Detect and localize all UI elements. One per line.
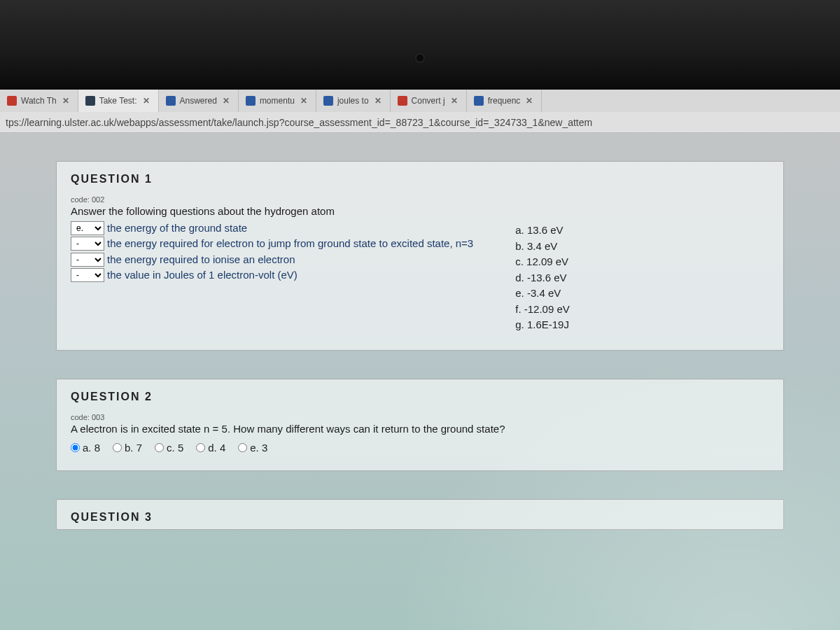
question-3: QUESTION 3	[56, 499, 784, 530]
url-text[interactable]: tps://learning.ulster.ac.uk/webapps/asse…	[6, 117, 834, 128]
favicon-icon	[474, 96, 484, 106]
match-item-text: the energy of the ground state	[107, 221, 247, 235]
close-icon[interactable]: ✕	[449, 96, 459, 106]
radio-input[interactable]	[196, 443, 205, 452]
match-item-text: the energy required to ionise an electro…	[107, 253, 295, 267]
monitor-bezel	[0, 0, 840, 90]
answer-option: f. -12.09 eV	[515, 302, 570, 318]
question-3-title: QUESTION 3	[71, 511, 769, 524]
browser-tab[interactable]: Answered✕	[159, 90, 239, 112]
browser-tab[interactable]: Watch Th✕	[0, 90, 78, 112]
page-content: QUESTION 1 code: 002 Answer the followin…	[0, 133, 840, 530]
radio-option[interactable]: c. 5	[155, 442, 183, 454]
question-1-answer-list: a. 13.6 eVb. 3.4 eVc. 12.09 eVd. -13.6 e…	[515, 221, 570, 333]
close-icon[interactable]: ✕	[141, 96, 151, 106]
close-icon[interactable]: ✕	[373, 96, 383, 106]
question-2: QUESTION 2 code: 003 A electron is in ex…	[56, 379, 784, 471]
close-icon[interactable]: ✕	[524, 96, 534, 106]
favicon-icon	[246, 96, 255, 106]
close-icon[interactable]: ✕	[299, 96, 309, 106]
screen: Watch Th✕Take Test:✕Answered✕momentu✕jou…	[0, 90, 840, 630]
answer-option: a. 13.6 eV	[515, 223, 570, 239]
radio-input[interactable]	[113, 443, 122, 452]
match-select[interactable]: e.	[71, 221, 104, 235]
question-2-code: code: 003	[71, 413, 769, 421]
question-1-code: code: 002	[71, 195, 769, 204]
answer-option: g. 1.6E-19J	[515, 317, 570, 333]
tab-label: joules to	[337, 96, 369, 106]
radio-option[interactable]: e. 3	[238, 442, 267, 454]
favicon-icon	[398, 96, 407, 106]
radio-label: d. 4	[208, 442, 225, 454]
question-1-prompt: Answer the following questions about the…	[71, 205, 769, 217]
tab-label: frequenc	[488, 96, 521, 106]
radio-label: c. 5	[167, 442, 183, 454]
radio-label: b. 7	[125, 442, 142, 454]
radio-option[interactable]: d. 4	[196, 442, 225, 454]
favicon-icon	[323, 96, 333, 106]
match-select[interactable]: -	[71, 237, 104, 251]
answer-option: d. -13.6 eV	[515, 270, 570, 286]
radio-option[interactable]: b. 7	[113, 442, 142, 454]
match-select[interactable]: -	[71, 253, 104, 267]
match-row: -the energy required to ionise an electr…	[71, 253, 473, 267]
browser-tab[interactable]: Take Test:✕	[78, 90, 159, 112]
answer-option: b. 3.4 eV	[515, 239, 570, 255]
question-2-options: a. 8b. 7c. 5d. 4e. 3	[71, 442, 769, 454]
favicon-icon	[85, 96, 95, 106]
question-1-title: QUESTION 1	[71, 173, 769, 186]
answer-option: e. -3.4 eV	[515, 286, 570, 302]
radio-input[interactable]	[238, 443, 247, 452]
tab-label: Watch Th	[21, 96, 57, 106]
radio-label: a. 8	[83, 442, 100, 454]
question-2-prompt: A electron is in excited state n = 5. Ho…	[71, 423, 769, 435]
radio-label: e. 3	[250, 442, 267, 454]
tab-label: momentu	[260, 96, 295, 106]
close-icon[interactable]: ✕	[221, 96, 231, 106]
match-row: -the value in Joules of 1 electron-volt …	[71, 268, 473, 282]
question-1: QUESTION 1 code: 002 Answer the followin…	[56, 161, 784, 351]
match-row: e.the energy of the ground state	[71, 221, 473, 235]
match-item-text: the value in Joules of 1 electron-volt (…	[107, 268, 298, 282]
tab-label: Convert j	[412, 96, 445, 106]
question-1-match-items: e.the energy of the ground state-the ene…	[71, 221, 473, 284]
favicon-icon	[166, 96, 176, 106]
radio-input[interactable]	[155, 443, 164, 452]
close-icon[interactable]: ✕	[61, 96, 71, 106]
browser-tab[interactable]: momentu✕	[239, 90, 316, 112]
favicon-icon	[7, 96, 17, 106]
question-2-title: QUESTION 2	[71, 391, 769, 403]
webcam	[416, 55, 424, 62]
address-bar[interactable]: tps://learning.ulster.ac.uk/webapps/asse…	[0, 112, 840, 133]
browser-tab[interactable]: frequenc✕	[467, 90, 542, 112]
tab-label: Answered	[180, 96, 217, 106]
match-select[interactable]: -	[71, 268, 104, 282]
browser-tab[interactable]: joules to✕	[316, 90, 391, 112]
radio-option[interactable]: a. 8	[71, 442, 100, 454]
match-item-text: the energy required for electron to jump…	[107, 237, 473, 251]
match-row: -the energy required for electron to jum…	[71, 237, 473, 251]
radio-input[interactable]	[71, 443, 80, 452]
browser-tabstrip: Watch Th✕Take Test:✕Answered✕momentu✕jou…	[0, 90, 840, 112]
tab-label: Take Test:	[99, 96, 137, 106]
answer-option: c. 12.09 eV	[515, 254, 570, 270]
browser-tab[interactable]: Convert j✕	[391, 90, 467, 112]
